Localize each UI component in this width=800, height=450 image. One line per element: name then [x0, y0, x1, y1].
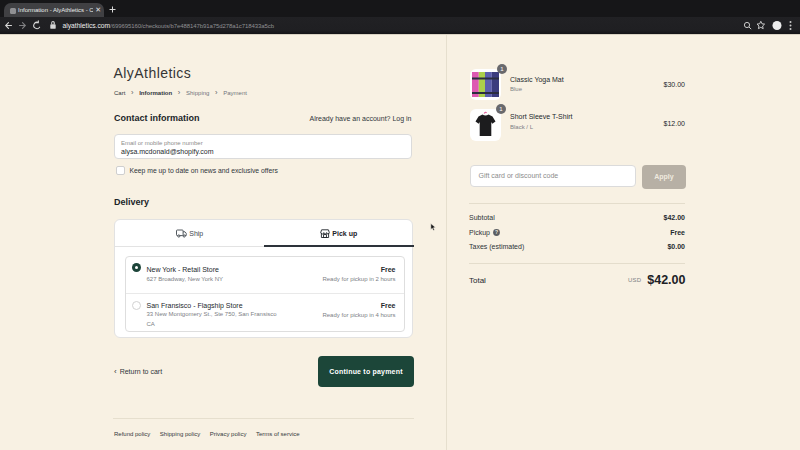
svg-text:?: ? [495, 229, 498, 235]
